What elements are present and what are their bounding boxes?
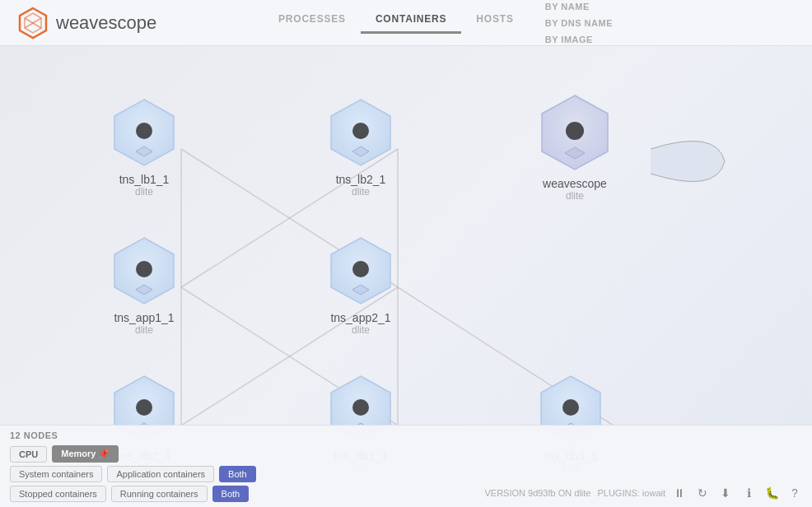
node-weavescope[interactable]: weavescope dlite <box>534 91 616 202</box>
logo-text: weavescope <box>56 12 156 34</box>
plugins-text: PLUGINS: iowait <box>597 488 665 498</box>
node-lb2-sublabel: dlite <box>352 186 370 198</box>
node-app1-label: tns_app1_1 <box>114 311 174 324</box>
metric-row: CPU Memory 📌 <box>10 445 802 463</box>
svg-point-20 <box>566 122 584 140</box>
node-lb2[interactable]: tns_lb2_1 dlite <box>324 95 398 198</box>
stopped-containers-btn[interactable]: Stopped containers <box>10 486 106 502</box>
application-containers-btn[interactable]: Application containers <box>107 466 214 482</box>
node-app2-label: tns_app2_1 <box>330 311 390 324</box>
hexagon-lb2 <box>324 95 398 170</box>
node-lb2-label: tns_lb2_1 <box>336 173 386 186</box>
system-containers-btn[interactable]: System containers <box>10 466 102 482</box>
node-lb1[interactable]: tns_lb1_1 dlite <box>107 95 181 198</box>
svg-point-35 <box>562 399 579 416</box>
both-running-btn[interactable]: Both <box>212 486 250 502</box>
svg-point-23 <box>136 261 152 277</box>
node-app1[interactable]: tns_app1_1 dlite <box>107 234 181 336</box>
refresh-icon[interactable]: ↻ <box>695 486 710 500</box>
node-app1-sublabel: dlite <box>135 324 153 336</box>
node-app2-sublabel: dlite <box>352 324 370 336</box>
hexagon-weavescope <box>534 91 616 174</box>
sub-nav-row-2: BY DNS NAME <box>545 15 613 31</box>
logo-icon <box>16 7 49 40</box>
download-icon[interactable]: ⬇ <box>718 486 733 500</box>
version-bar: VERSION 9d93fb ON dlite PLUGINS: iowait … <box>474 479 812 507</box>
node-weavescope-sublabel: dlite <box>566 190 584 202</box>
version-icons: ⏸ ↻ ⬇ ℹ 🐛 ? <box>672 486 802 500</box>
svg-point-26 <box>352 261 369 277</box>
logo-scope: scope <box>109 12 157 33</box>
node-lb1-sublabel: dlite <box>135 186 153 198</box>
node-weavescope-label: weavescope <box>543 177 607 190</box>
svg-point-14 <box>136 123 152 139</box>
pause-icon[interactable]: ⏸ <box>672 486 687 500</box>
sub-tab-by-dns-name[interactable]: BY DNS NAME <box>545 18 613 28</box>
logo-area: weavescope <box>0 7 264 40</box>
bug-icon[interactable]: 🐛 <box>764 486 779 500</box>
node-count: 12 NODES <box>10 430 802 440</box>
tab-processes[interactable]: PROCESSES <box>264 7 361 34</box>
sub-nav: BY NAME BY DNS NAME BY IMAGE <box>545 0 613 48</box>
cpu-metric-btn[interactable]: CPU <box>10 446 47 463</box>
tab-containers[interactable]: CONTAINERS <box>361 7 461 34</box>
info-icon[interactable]: ℹ <box>741 486 756 500</box>
sub-nav-row-1: BY NAME <box>545 0 613 15</box>
running-containers-btn[interactable]: Running containers <box>111 486 208 502</box>
nav-tabs: PROCESSES CONTAINERS HOSTS <box>264 0 529 45</box>
memory-metric-btn[interactable]: Memory 📌 <box>52 445 119 463</box>
svg-point-17 <box>352 123 369 139</box>
header: weavescope PROCESSES CONTAINERS HOSTS BY… <box>0 0 812 46</box>
sub-tab-by-name[interactable]: BY NAME <box>545 2 590 12</box>
hexagon-app1 <box>107 234 181 308</box>
sub-tab-by-image[interactable]: BY IMAGE <box>545 35 593 44</box>
logo-weave: weave <box>56 12 109 33</box>
sub-nav-row-3: BY IMAGE <box>545 31 613 48</box>
version-text: VERSION 9d93fb ON dlite <box>484 488 590 498</box>
hexagon-app2 <box>324 234 398 308</box>
node-app2[interactable]: tns_app2_1 dlite <box>324 234 398 336</box>
svg-point-32 <box>352 399 369 416</box>
hexagon-lb1 <box>107 95 181 170</box>
node-lb1-label: tns_lb1_1 <box>119 173 170 186</box>
both-system-btn[interactable]: Both <box>219 466 256 482</box>
svg-point-29 <box>136 399 152 416</box>
help-icon[interactable]: ? <box>787 486 802 500</box>
tab-hosts[interactable]: HOSTS <box>461 7 528 34</box>
